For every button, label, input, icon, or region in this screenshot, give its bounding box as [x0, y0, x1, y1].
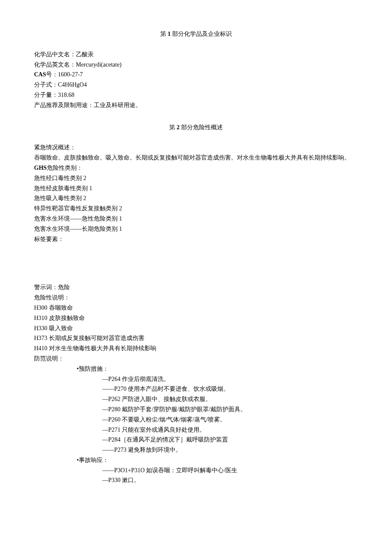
prevention-5: —P271 只能在室外或通风良好处使用。 [34, 425, 358, 435]
chem-name-en: Mercurydi(acetate) [76, 61, 121, 68]
use-line: 产品推荐及限制用途：工业及科研用途。 [34, 100, 358, 110]
prevention-6: —P284［在通风不足的情况下］戴呼吸防护装置 [34, 435, 358, 445]
ghs-cat-1: 急性经皮肤毒性类别 1 [34, 183, 358, 194]
prevention-header: •预防措施： [34, 364, 358, 374]
emergency-text: 吞咽致命。皮肤接触致命。吸入致命。长期或反复接触可能对器官造成伤害。对水生生物毒… [34, 153, 358, 163]
chem-name-cn-line: 化学品中文名：乙酸汞 [34, 49, 358, 60]
cas-value: 1600-27-7 [58, 71, 83, 78]
prevention-2: —P262 严防进入眼中、接触皮肤或衣服。 [34, 394, 358, 404]
ghs-cat-0: 急性经口毒性类别 2 [34, 173, 358, 183]
signal-value: 危险 [58, 284, 70, 291]
formula-line: 分子式：C4H6HgO4 [34, 80, 358, 90]
hazard-4: H410 对水生生物毒性极大并具有长期持续影响 [34, 343, 358, 354]
signal-line: 警示词：危险 [34, 282, 358, 293]
cas-line: CAS号：1600-27-7 [34, 70, 358, 80]
chem-name-en-label: 化学品英文名： [34, 61, 76, 68]
signal-label: 警示词： [34, 284, 58, 291]
chem-name-cn-label: 化学品中文名： [34, 51, 76, 58]
mw-label: 分子量： [34, 92, 58, 98]
cas-label-suffix: 号： [46, 71, 58, 78]
section1-title: 第 1 部分化学品及企业标识 [34, 29, 358, 39]
response-0: ——P3O1+P31O 如误吞咽：立即呼叫解毒中心/医生 [34, 465, 358, 476]
prevention-3: —P280 戴防护手套/穿防护服/戴防护眼罩/戴防护面具。 [34, 404, 358, 415]
s1-prefix: 第 [160, 31, 166, 37]
ghs-label-suffix: 危险性类别： [47, 165, 83, 171]
prevention-4: —P260 不要吸入粉尘/烟/气体/烟雾/蒸气/喷雾。 [34, 415, 358, 425]
cas-label: CAS [34, 71, 46, 78]
hazard-2: H330 吸入致命 [34, 323, 358, 334]
ghs-cat-2: 急性吸入毒性类别 2 [34, 193, 358, 203]
ghs-cat-5: 危害水生环境——长期危险类别 1 [34, 224, 358, 234]
chem-name-cn: 乙酸汞 [76, 51, 94, 58]
use-value: 工业及科研用途。 [94, 102, 141, 108]
ghs-label: GHS [34, 165, 47, 171]
use-label: 产品推荐及限制用途： [34, 102, 94, 108]
ghs-heading: GHS危险性类别： [34, 163, 358, 173]
prevention-1: ——P270 使用本产品时不要进食、饮水或吸烟。 [34, 384, 358, 394]
hazard-stmt-label: 危险性说明： [34, 293, 358, 303]
response-1: —P330 漱口。 [34, 475, 358, 485]
pictogram-placeholder [34, 244, 358, 282]
chem-name-en-line: 化学品英文名：Mercurydi(acetate) [34, 60, 358, 70]
hazard-1: H310 皮肤接触致命 [34, 313, 358, 323]
s2-suffix: 部分危险性概述 [181, 124, 223, 131]
mw-line: 分子量：318.68 [34, 90, 358, 100]
s1-num-val: 1 [168, 31, 171, 37]
prevention-7: ——P273 避免释放到环境中。 [34, 445, 358, 455]
hazard-3: H373 长期或反复接触可能对器官造成伤害 [34, 333, 358, 343]
precaution-label: 防范说明： [34, 354, 358, 364]
hazard-0: H300 吞咽致命 [34, 303, 358, 313]
formula-label: 分子式： [34, 81, 58, 88]
ghs-cat-3: 特异性靶器官毒性反复接触类别 2 [34, 203, 358, 214]
formula-value: C4H6HgO4 [58, 81, 87, 88]
prevention-0: —P264 作业后彻底清洗。 [34, 374, 358, 384]
s2-num-val: 2 [177, 124, 180, 131]
s2-prefix: 第 [169, 124, 175, 131]
ghs-cat-4: 危害水生环境——急性危险类别 1 [34, 214, 358, 224]
response-header: •事故响应： [34, 455, 358, 465]
section2-title: 第 2 部分危险性概述 [34, 122, 358, 133]
mw-value: 318.68 [58, 92, 75, 98]
label-elements: 标签要素： [34, 234, 358, 244]
s1-suffix: 部分化学品及企业标识 [172, 31, 232, 37]
emergency-label: 紧急情况概述： [34, 142, 358, 153]
